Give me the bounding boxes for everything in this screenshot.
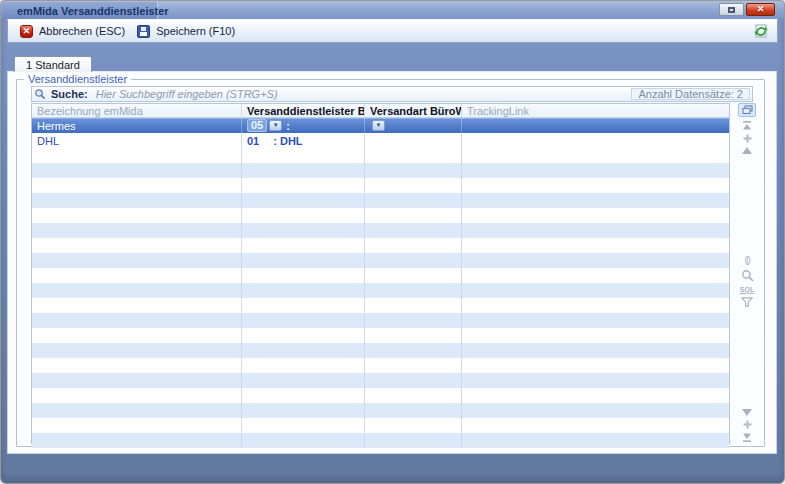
- window-controls: ✕: [719, 3, 775, 16]
- scroll-first-button[interactable]: [742, 121, 752, 130]
- table-header: Bezeichnung emMida Versanddienstleister …: [32, 104, 729, 118]
- record-count: Anzahl Datensätze: 2: [631, 88, 750, 100]
- table-row[interactable]: DHL01: DHL: [32, 133, 729, 148]
- save-icon: [137, 25, 150, 38]
- save-label: Speichern (F10): [156, 25, 235, 37]
- table-row-empty[interactable]: [32, 403, 729, 418]
- search-label: Suche:: [51, 88, 88, 100]
- column-chooser-button[interactable]: [738, 103, 756, 117]
- scroll-down-button[interactable]: [742, 409, 752, 416]
- save-button[interactable]: Speichern (F10): [131, 23, 241, 40]
- table-row-empty[interactable]: [32, 193, 729, 208]
- search-input[interactable]: Hier Suchbegriff eingeben (STRG+S): [96, 88, 632, 100]
- cell-bezeichnung: DHL: [37, 135, 59, 147]
- triangle-down-icon: [742, 409, 752, 416]
- search-icon: [34, 88, 46, 100]
- tab-standard[interactable]: 1 Standard: [14, 56, 92, 72]
- scroll-to-top-icon: [742, 121, 752, 130]
- titlebar: emMida Versanddienstleister ✕: [1, 1, 784, 19]
- column-header-versandart[interactable]: Versandart BüroWARE: [365, 104, 462, 117]
- table-row-empty[interactable]: [32, 343, 729, 358]
- column-header-versanddienstleister[interactable]: Versanddienstleister BüroWARE: [242, 104, 365, 117]
- table-row-empty[interactable]: [32, 433, 729, 448]
- toolbar: ✕ Abbrechen (ESC) Speichern (F10): [7, 19, 778, 43]
- search-bar[interactable]: Suche: Hier Suchbegriff eingeben (STRG+S…: [31, 86, 753, 102]
- table-row-empty[interactable]: [32, 148, 729, 163]
- plus-down-icon: [743, 420, 752, 429]
- plus-up-icon: [743, 134, 752, 143]
- refresh-button[interactable]: [751, 22, 771, 40]
- cell-bezeichnung: Hermes: [37, 120, 76, 132]
- cell-code-suffix: :: [286, 120, 290, 132]
- scroll-page-up-button[interactable]: [743, 134, 752, 143]
- scroll-up-button[interactable]: [742, 147, 752, 154]
- cell-code-suffix: : DHL: [273, 135, 302, 147]
- filter-funnel-icon: [741, 297, 753, 307]
- table-row-empty[interactable]: [32, 373, 729, 388]
- table-row-empty[interactable]: [32, 283, 729, 298]
- dropdown-button[interactable]: ▼: [269, 120, 282, 131]
- table-row-empty[interactable]: [32, 358, 729, 373]
- table-row-empty[interactable]: [32, 163, 729, 178]
- cell-code: 01: [247, 135, 259, 147]
- content-panel: Versanddienstleister Suche: Hier Suchbeg…: [7, 71, 777, 454]
- table-row-empty[interactable]: [32, 313, 729, 328]
- table-row-empty[interactable]: [32, 328, 729, 343]
- groupbox-label: Versanddienstleister: [24, 73, 131, 85]
- magnifier-icon: [741, 269, 754, 282]
- column-header-bezeichnung[interactable]: Bezeichnung emMida: [32, 104, 242, 117]
- table-row-empty[interactable]: [32, 238, 729, 253]
- table-row-empty[interactable]: [32, 418, 729, 433]
- titlebar-segment: emMida Versanddienstleister: [2, 2, 158, 19]
- table-row[interactable]: Hermes05▼:▼: [32, 118, 729, 133]
- grid-search-button[interactable]: [741, 269, 754, 282]
- table-row-empty[interactable]: [32, 388, 729, 403]
- table-row-empty[interactable]: [32, 208, 729, 223]
- cancel-icon: ✕: [20, 25, 33, 38]
- close-button[interactable]: ✕: [746, 3, 775, 16]
- filter-button[interactable]: [741, 297, 753, 307]
- app-window: emMida Versanddienstleister ✕ ✕ Abbreche…: [0, 0, 785, 484]
- cell-code: 05: [247, 119, 267, 132]
- cancel-label: Abbrechen (ESC): [39, 25, 125, 37]
- table-row-empty[interactable]: [32, 253, 729, 268]
- scroll-last-button[interactable]: [742, 433, 752, 442]
- window-title: emMida Versanddienstleister: [17, 5, 169, 17]
- refresh-icon: [753, 23, 769, 39]
- maximize-button[interactable]: [719, 3, 744, 16]
- sql-button[interactable]: SQL: [740, 286, 754, 293]
- versanddienstleister-groupbox: Versanddienstleister Suche: Hier Suchbeg…: [16, 79, 765, 447]
- maximize-icon: [728, 7, 735, 13]
- table-row-empty[interactable]: [32, 268, 729, 283]
- column-filter-button[interactable]: (|): [744, 255, 749, 265]
- side-toolbar: (|) SQL: [730, 103, 760, 444]
- data-table: Bezeichnung emMida Versanddienstleister …: [31, 103, 730, 444]
- scroll-page-down-button[interactable]: [743, 420, 752, 429]
- cancel-button[interactable]: ✕ Abbrechen (ESC): [14, 23, 131, 40]
- triangle-up-icon: [742, 147, 752, 154]
- table-row-empty[interactable]: [32, 298, 729, 313]
- scroll-to-bottom-icon: [742, 433, 752, 442]
- table-body: Hermes05▼:▼DHL01: DHL: [32, 118, 729, 448]
- dropdown-button[interactable]: ▼: [372, 120, 385, 131]
- table-row-empty[interactable]: [32, 178, 729, 193]
- grid-area: Bezeichnung emMida Versanddienstleister …: [31, 103, 760, 444]
- copy-icon: [742, 105, 753, 115]
- column-header-trackinglink[interactable]: TrackingLink: [462, 104, 729, 117]
- table-row-empty[interactable]: [32, 223, 729, 238]
